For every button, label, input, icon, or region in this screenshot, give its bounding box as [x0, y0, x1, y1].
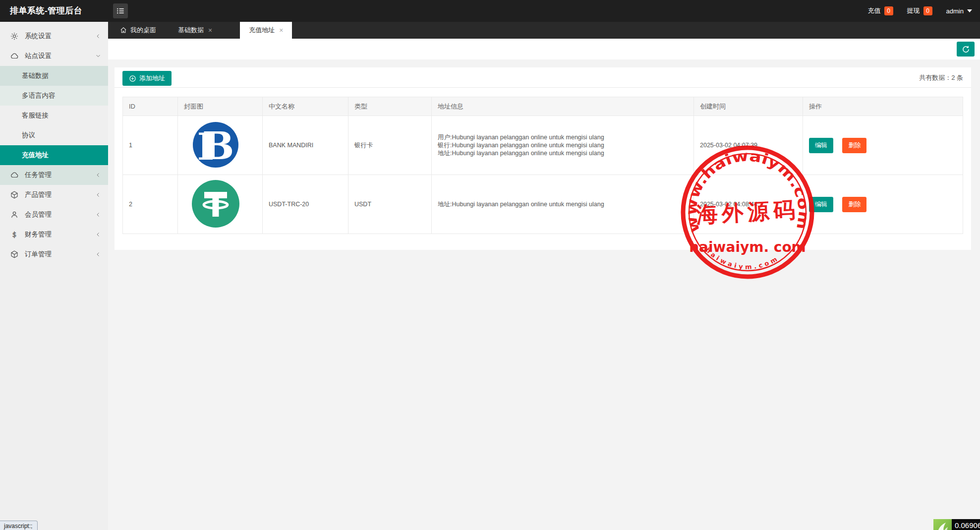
close-icon[interactable]: × — [279, 27, 283, 34]
main-area: 我的桌面 基础数据 × 充值地址 × 添加地址 共有数据：2 条 — [108, 22, 980, 530]
chevron-down-icon — [967, 9, 972, 12]
col-type: 类型 — [348, 97, 432, 116]
data-table: ID 封面图 中文名称 类型 地址信息 创建时间 操作 1 I — [122, 97, 963, 234]
cell-type: USDT — [348, 175, 432, 234]
total-count-text: 共有数据：2 条 — [919, 67, 963, 88]
flame-icon — [933, 519, 952, 530]
hamburger-icon — [115, 6, 125, 16]
recharge-notice[interactable]: 充值 0 — [868, 6, 893, 15]
dollar-icon: $ — [10, 230, 19, 239]
tab-bar: 我的桌面 基础数据 × 充值地址 × — [108, 22, 980, 39]
sidebar-item-label: 基础数据 — [22, 71, 49, 80]
topbar-right: 充值 0 提现 0 admin — [868, 0, 972, 22]
address-line: 用户:Hubungi layanan pelanggan online untu… — [438, 133, 693, 141]
username: admin — [946, 7, 964, 15]
sidebar-item-multilang-content[interactable]: 多语言内容 — [0, 86, 108, 106]
thinkphp-debug-icon[interactable] — [933, 519, 952, 530]
tether-logo — [191, 179, 240, 229]
delete-button[interactable]: 删除 — [842, 197, 866, 212]
sidebar-item-service-links[interactable]: 客服链接 — [0, 106, 108, 125]
col-cover: 封面图 — [178, 97, 263, 116]
cell-id: 1 — [123, 116, 178, 175]
col-name: 中文名称 — [263, 97, 348, 116]
tab-my-desktop[interactable]: 我的桌面 — [113, 22, 163, 39]
col-id: ID — [123, 97, 178, 116]
cell-actions: 编辑 删除 — [803, 116, 963, 175]
panel-header: 添加地址 共有数据：2 条 — [115, 67, 971, 88]
add-address-label: 添加地址 — [139, 74, 165, 83]
sidebar: 系统设置 站点设置 基础数据 多语言内容 客服链接 协议 充值地址 任务管理 产… — [0, 22, 108, 530]
refresh-icon — [962, 45, 970, 54]
edit-button[interactable]: 编辑 — [809, 197, 833, 212]
tab-label: 基础数据 — [178, 26, 204, 35]
sidebar-item-label: 充值地址 — [22, 151, 49, 160]
sidebar-item-label: 多语言内容 — [22, 91, 56, 100]
cell-actions: 编辑 删除 — [803, 175, 963, 234]
table-row: 1 I B BANK MANDIRI 银行卡 用户:Hubungi layana… — [123, 116, 963, 175]
sidebar-item-site-settings[interactable]: 站点设置 — [0, 46, 108, 66]
bank-indonesia-logo: I B — [191, 120, 240, 170]
table-header-row: ID 封面图 中文名称 类型 地址信息 创建时间 操作 — [123, 97, 963, 116]
user-icon — [10, 210, 19, 219]
cell-name: BANK MANDIRI — [263, 116, 348, 175]
app-title: 排单系统-管理后台 — [10, 0, 82, 22]
cell-cover — [178, 175, 263, 234]
cell-name: USDT-TRC-20 — [263, 175, 348, 234]
col-created: 创建时间 — [694, 97, 803, 116]
refresh-button[interactable] — [957, 42, 975, 57]
sidebar-item-recharge-address[interactable]: 充值地址 — [0, 145, 108, 165]
sidebar-item-label: 会员管理 — [25, 210, 95, 219]
cell-type: 银行卡 — [348, 116, 432, 175]
delete-button[interactable]: 删除 — [842, 138, 866, 153]
chevron-left-icon — [95, 192, 101, 198]
sidebar-item-agreement[interactable]: 协议 — [0, 125, 108, 145]
content-panel: 添加地址 共有数据：2 条 ID 封面图 中文名称 类型 地址信息 创建时间 操… — [115, 67, 971, 250]
cell-address: 地址:Hubungi layanan pelanggan online untu… — [432, 175, 694, 234]
col-actions: 操作 — [803, 97, 963, 116]
tab-recharge-address[interactable]: 充值地址 × — [240, 22, 292, 39]
sidebar-toggle-button[interactable] — [113, 3, 128, 18]
sidebar-item-system-settings[interactable]: 系统设置 — [0, 26, 108, 46]
sidebar-item-basic-data[interactable]: 基础数据 — [0, 66, 108, 86]
top-bar: 排单系统-管理后台 充值 0 提现 0 admin — [0, 0, 980, 22]
svg-text:$: $ — [12, 231, 17, 238]
tab-label: 我的桌面 — [130, 26, 156, 35]
sidebar-item-label: 系统设置 — [25, 32, 95, 41]
debug-time-badge[interactable]: 0.069064 — [952, 519, 980, 530]
sidebar-item-task-management[interactable]: 任务管理 — [0, 165, 108, 185]
sidebar-item-member-management[interactable]: 会员管理 — [0, 205, 108, 225]
gear-icon — [10, 32, 19, 41]
chevron-left-icon — [95, 232, 101, 237]
withdraw-label: 提现 — [907, 6, 920, 15]
address-line: 地址:Hubungi layanan pelanggan online untu… — [438, 200, 693, 208]
sidebar-item-product-management[interactable]: 产品管理 — [0, 185, 108, 205]
add-address-button[interactable]: 添加地址 — [122, 71, 172, 86]
sidebar-item-label: 财务管理 — [25, 230, 95, 239]
chevron-left-icon — [95, 212, 101, 218]
sidebar-item-label: 协议 — [22, 131, 35, 140]
sidebar-item-order-management[interactable]: 订单管理 — [0, 244, 108, 264]
recharge-count-badge: 0 — [884, 6, 893, 15]
address-line: 地址:Hubungi layanan pelanggan online untu… — [438, 149, 693, 157]
chevron-left-icon — [95, 172, 101, 178]
toolbar-strip — [108, 39, 980, 59]
status-link-hint: javascript:; — [0, 521, 38, 530]
cell-cover: I B — [178, 116, 263, 175]
address-line: 银行:Hubungi layanan pelanggan online untu… — [438, 141, 693, 149]
sidebar-item-label: 产品管理 — [25, 190, 95, 199]
withdraw-count-badge: 0 — [923, 6, 932, 15]
user-menu[interactable]: admin — [946, 7, 972, 15]
withdraw-notice[interactable]: 提现 0 — [907, 6, 932, 15]
cloud-icon — [10, 52, 19, 60]
sidebar-item-label: 订单管理 — [25, 250, 95, 259]
tab-basic-data[interactable]: 基础数据 × — [171, 22, 219, 39]
sidebar-item-label: 站点设置 — [25, 52, 95, 60]
chevron-down-icon — [95, 53, 101, 59]
cell-id: 2 — [123, 175, 178, 234]
plus-circle-icon — [129, 75, 136, 82]
close-icon[interactable]: × — [208, 27, 212, 34]
cell-created: 2025-03-02 04:07:39 — [694, 116, 803, 175]
edit-button[interactable]: 编辑 — [809, 138, 833, 153]
sidebar-item-label: 客服链接 — [22, 111, 49, 120]
sidebar-item-finance-management[interactable]: $ 财务管理 — [0, 225, 108, 244]
